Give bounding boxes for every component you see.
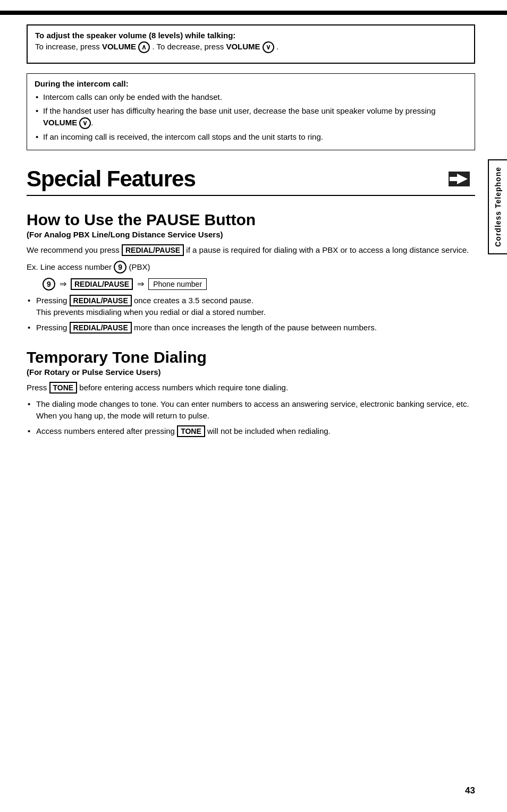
sidebar-tab: Cordless Telephone (488, 159, 507, 254)
redial-pause-btn-1: REDIAL/PAUSE (70, 295, 132, 306)
volume-down-icon: ∨ (263, 41, 274, 53)
intercom-note-box: During the intercom call: Intercom calls… (27, 73, 475, 150)
tone-btn-bullet: TONE (177, 425, 205, 437)
tone-section-title: Temporary Tone Dialing (27, 348, 475, 366)
diagram-arrow-2: ⇒ (137, 279, 144, 289)
tone-bullet-list: The dialing mode changes to tone. You ca… (27, 398, 475, 438)
speaker-volume-intro: To increase, press (35, 42, 102, 51)
tone-intro-text: Press TONE before entering access number… (27, 382, 475, 394)
example-number: 9 (114, 261, 126, 273)
tone-section-subtitle: (For Rotary or Pulse Service Users) (27, 367, 475, 377)
sidebar-text: Cordless Telephone (494, 167, 502, 247)
content-area: To adjust the speaker volume (8 levels) … (0, 24, 507, 437)
pause-bullet-2: Pressing REDIAL/PAUSE more than once inc… (27, 322, 475, 334)
example-pbx: (PBX) (129, 262, 150, 271)
tone-bullet-1: The dialing mode changes to tone. You ca… (27, 398, 475, 422)
speaker-volume-body: To increase, press VOLUME ∧ . To decreas… (35, 41, 467, 53)
pause-intro-1: We recommend you press (27, 245, 122, 254)
tone-btn-intro: TONE (49, 382, 78, 394)
tone-bullet-2: Access numbers entered after pressing TO… (27, 425, 475, 438)
speaker-mid-text: . To decrease, press (152, 42, 226, 51)
special-features-header: Special Features (27, 166, 475, 196)
redial-pause-btn-intro: REDIAL/PAUSE (122, 244, 184, 256)
pause-section-subtitle: (For Analog PBX Line/Long Distance Servi… (27, 230, 475, 239)
example-line: Ex. Line access number 9 (PBX) (27, 261, 475, 273)
pause-intro-2: if a pause is required for dialing with … (186, 245, 469, 254)
volume-down-label: VOLUME (226, 42, 260, 51)
pause-bullet-1: Pressing REDIAL/PAUSE once creates a 3.5… (27, 295, 475, 319)
intercom-bullet-2: If the handset user has difficulty heari… (35, 105, 467, 129)
tone-intro-1: Press (27, 383, 49, 392)
diagram-num: 9 (43, 278, 55, 290)
pause-section-title: How to Use the PAUSE Button (27, 211, 475, 229)
page-container: To adjust the speaker volume (8 levels) … (0, 0, 507, 812)
intercom-bullet-1: Intercom calls can only be ended with th… (35, 91, 467, 103)
intercom-title: During the intercom call: (35, 79, 467, 88)
volume-down-icon-2: ∨ (79, 117, 91, 129)
volume-up-label: VOLUME (102, 42, 136, 51)
intercom-bullet-3: If an incoming call is received, the int… (35, 131, 467, 143)
arrow-right-icon (449, 171, 470, 187)
intercom-bullet-list: Intercom calls can only be ended with th… (35, 91, 467, 142)
phone-number-box: Phone number (148, 278, 207, 290)
speaker-end-text: . (276, 42, 278, 51)
top-decorative-line (0, 11, 507, 15)
speaker-volume-box: To adjust the speaker volume (8 levels) … (27, 24, 475, 64)
diagram-redial-pause-btn: REDIAL/PAUSE (71, 278, 133, 290)
speaker-volume-title: To adjust the speaker volume (8 levels) … (35, 31, 467, 40)
example-label: Ex. Line access number (27, 262, 114, 271)
page-number: 43 (465, 785, 475, 796)
volume-up-icon: ∧ (138, 41, 150, 53)
special-features-title: Special Features (27, 166, 449, 192)
tone-intro-2: before entering access numbers which req… (79, 383, 288, 392)
diagram-arrow-1: ⇒ (60, 279, 66, 289)
redial-pause-btn-2: REDIAL/PAUSE (70, 322, 132, 334)
diagram-line: 9 ⇒ REDIAL/PAUSE ⇒ Phone number (43, 278, 475, 290)
pause-intro-text: We recommend you press REDIAL/PAUSE if a… (27, 244, 475, 257)
pause-bullet-list: Pressing REDIAL/PAUSE once creates a 3.5… (27, 295, 475, 334)
